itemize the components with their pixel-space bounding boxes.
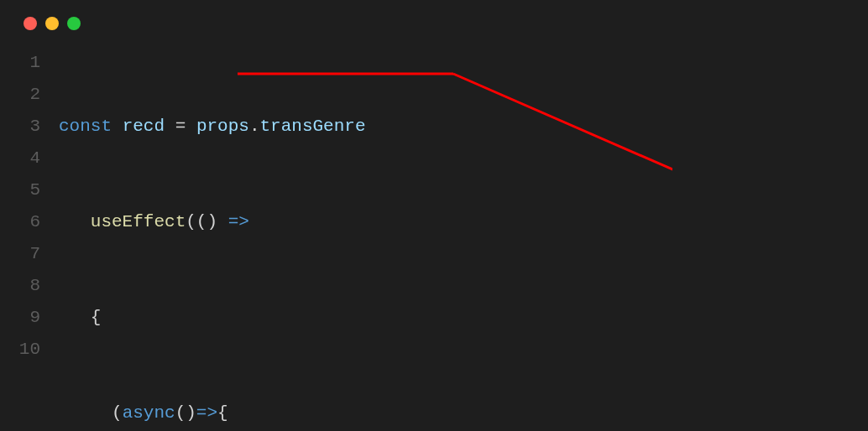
- line-number: 10: [17, 334, 40, 366]
- identifier: transGenre: [260, 117, 366, 136]
- line-number: 1: [17, 47, 40, 79]
- window-controls: [17, 17, 851, 30]
- code-line: {: [59, 302, 672, 334]
- line-number: 8: [17, 270, 40, 302]
- code-content[interactable]: const recd = props.transGenre useEffect(…: [59, 47, 672, 431]
- dot: .: [249, 117, 260, 136]
- code-line: const recd = props.transGenre: [59, 111, 672, 143]
- line-number: 3: [17, 111, 40, 143]
- function-call: useEffect: [91, 212, 186, 231]
- connector-line-annotation: [453, 74, 672, 212]
- code-editor[interactable]: 1 2 3 4 5 6 7 8 9 10 const recd = props.…: [17, 47, 851, 431]
- parentheses: (): [175, 403, 196, 423]
- variable-name: recd: [123, 117, 165, 136]
- arrow-operator: =>: [228, 212, 249, 231]
- identifier: props: [196, 117, 249, 136]
- code-line: useEffect(() =>: [59, 206, 672, 238]
- maximize-button[interactable]: [67, 17, 81, 30]
- line-number: 5: [17, 174, 40, 206]
- equals-operator: =: [175, 117, 186, 136]
- line-number: 9: [17, 302, 40, 334]
- keyword-async: async: [123, 403, 175, 423]
- line-number: 7: [17, 238, 40, 270]
- line-number: 6: [17, 206, 40, 238]
- line-number: 2: [17, 79, 40, 111]
- minimize-button[interactable]: [45, 17, 59, 30]
- paren-open: (: [112, 403, 123, 423]
- arrow-operator: =>: [196, 403, 217, 423]
- code-line: (async()=>{: [59, 397, 672, 429]
- brace-open: {: [217, 403, 228, 423]
- line-number: 4: [17, 143, 40, 174]
- parentheses: ((): [186, 212, 217, 231]
- line-number-gutter: 1 2 3 4 5 6 7 8 9 10: [17, 47, 59, 431]
- brace-open: {: [91, 308, 102, 327]
- close-button[interactable]: [24, 17, 37, 30]
- annotation-overlay: [59, 47, 672, 431]
- keyword-const: const: [59, 117, 112, 136]
